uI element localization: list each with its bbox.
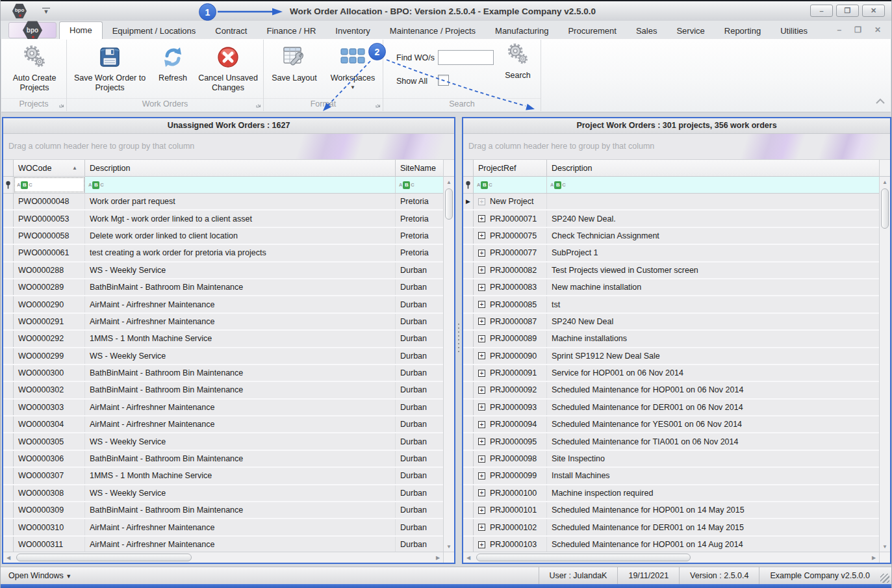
- save-layout-button[interactable]: Save Layout: [268, 44, 321, 83]
- auto-create-projects-button[interactable]: Auto Create Projects: [6, 44, 62, 93]
- cell-projectref[interactable]: +PRJ0000087: [474, 314, 547, 329]
- expand-plus-icon[interactable]: +: [478, 524, 485, 531]
- expand-plus-icon[interactable]: +: [478, 301, 485, 308]
- row-indicator[interactable]: [463, 314, 474, 329]
- expand-plus-icon[interactable]: +: [478, 198, 485, 205]
- expand-plus-icon[interactable]: +: [478, 438, 485, 445]
- open-windows-dropdown[interactable]: Open Windows ▼: [8, 571, 71, 580]
- tab-inventory[interactable]: Inventory: [325, 23, 379, 39]
- cell-description[interactable]: BathBinMaint - Bathroom Bin Maintenance: [85, 382, 396, 398]
- cell-wocode[interactable]: WO0000288: [14, 262, 85, 278]
- cell-sitename[interactable]: Pretoria: [396, 245, 443, 261]
- expand-plus-icon[interactable]: +: [478, 455, 485, 463]
- table-row[interactable]: WO00002921MMS - 1 Month Machine ServiceD…: [3, 331, 443, 348]
- filter-input-projectref[interactable]: ABC: [474, 177, 547, 193]
- quick-access-dropdown-icon[interactable]: ▼: [42, 8, 50, 14]
- expand-plus-icon[interactable]: +: [478, 489, 485, 496]
- tab-procurement[interactable]: Procurement: [558, 23, 626, 39]
- cell-wocode[interactable]: WO0000290: [14, 296, 85, 312]
- cell-projectref[interactable]: +PRJ0000085: [474, 296, 547, 312]
- row-indicator[interactable]: [463, 331, 474, 346]
- row-indicator[interactable]: [463, 348, 474, 364]
- cell-description[interactable]: New machine installation: [547, 279, 879, 295]
- filter-input-description[interactable]: ABC: [85, 177, 396, 193]
- cell-description[interactable]: AirMaint - Airfreshner Maintenance: [85, 519, 396, 535]
- table-row[interactable]: WO0000309BathBinMaint - Bathroom Bin Mai…: [3, 502, 443, 519]
- row-indicator[interactable]: [3, 331, 14, 346]
- save-work-order-to-projects-button[interactable]: Save Work Order to Projects: [72, 44, 147, 93]
- cell-wocode[interactable]: WO0000291: [14, 314, 85, 329]
- cell-wocode[interactable]: WO0000311: [14, 537, 85, 552]
- row-indicator[interactable]: [3, 485, 14, 501]
- row-indicator[interactable]: [463, 211, 474, 226]
- cancel-unsaved-changes-button[interactable]: Cancel Unsaved Changes: [196, 44, 261, 93]
- row-indicator[interactable]: [3, 451, 14, 467]
- table-row[interactable]: WO0000302BathBinMaint - Bathroom Bin Mai…: [3, 382, 443, 399]
- row-indicator[interactable]: [3, 365, 14, 381]
- scroll-left-icon[interactable]: ◀: [3, 555, 14, 561]
- row-indicator[interactable]: [463, 537, 474, 552]
- ribbon-collapse-chevron-icon[interactable]: [875, 96, 886, 108]
- cell-description[interactable]: Scheduled Maintenance for HOP001 on 14 M…: [547, 502, 879, 518]
- cell-projectref[interactable]: +PRJ0000095: [474, 433, 547, 449]
- tab-finance-hr[interactable]: Finance / HR: [257, 23, 325, 39]
- cell-sitename[interactable]: Durban: [396, 262, 443, 278]
- cell-description[interactable]: Sprint SP1912 New Deal Sale: [547, 348, 879, 364]
- row-indicator[interactable]: [3, 416, 14, 432]
- cell-description[interactable]: SP240 New Deal.: [547, 211, 879, 226]
- column-header-description[interactable]: Description: [547, 160, 879, 176]
- column-header-sitename[interactable]: SiteName: [396, 160, 443, 176]
- right-vertical-scrollbar[interactable]: ▲ ▼: [879, 160, 890, 563]
- column-header-wocode[interactable]: WOCode ▲: [14, 160, 85, 176]
- close-button[interactable]: ✕: [862, 5, 885, 17]
- table-row[interactable]: WO0000310AirMaint - Airfreshner Maintena…: [3, 519, 443, 536]
- table-row[interactable]: PWO0000048Work order part requestPretori…: [3, 194, 443, 211]
- expand-plus-icon[interactable]: +: [478, 370, 485, 377]
- expand-plus-icon[interactable]: +: [478, 232, 485, 239]
- cell-wocode[interactable]: WO0000303: [14, 400, 85, 415]
- row-indicator[interactable]: [463, 468, 474, 483]
- mdi-restore-button[interactable]: ❐: [854, 25, 861, 34]
- show-all-checkbox[interactable]: [438, 75, 449, 86]
- current-row-indicator-icon[interactable]: ▶: [463, 194, 474, 209]
- row-indicator[interactable]: [463, 451, 474, 467]
- cell-description[interactable]: AirMaint - Airfreshner Maintenance: [85, 400, 396, 415]
- row-indicator[interactable]: [3, 348, 14, 364]
- row-indicator[interactable]: [3, 314, 14, 329]
- cell-wocode[interactable]: WO0000310: [14, 519, 85, 535]
- expand-plus-icon[interactable]: +: [478, 387, 485, 394]
- row-indicator[interactable]: [463, 502, 474, 518]
- table-row[interactable]: +PRJ0000101Scheduled Maintenance for HOP…: [463, 502, 879, 519]
- left-group-by-area[interactable]: Drag a column header here to group by th…: [3, 134, 454, 160]
- cell-sitename[interactable]: Durban: [396, 365, 443, 381]
- scroll-right-icon[interactable]: ▶: [869, 555, 879, 561]
- cell-projectref[interactable]: +PRJ0000091: [474, 365, 547, 381]
- search-button[interactable]: Search: [499, 41, 537, 81]
- tab-maintenance-projects[interactable]: Maintenance / Projects: [380, 23, 485, 39]
- tab-utilities[interactable]: Utilities: [771, 23, 817, 39]
- cell-sitename[interactable]: Durban: [396, 382, 443, 398]
- cell-sitename[interactable]: Durban: [396, 433, 443, 449]
- expand-plus-icon[interactable]: +: [478, 318, 485, 325]
- cell-description[interactable]: BathBinMaint - Bathroom Bin Maintenance: [85, 279, 396, 295]
- table-row[interactable]: WO0000289BathBinMaint - Bathroom Bin Mai…: [3, 279, 443, 296]
- mdi-minimize-button[interactable]: –: [837, 25, 841, 34]
- left-vertical-scrollbar[interactable]: ▲ ▼: [443, 160, 454, 563]
- cell-description[interactable]: Work order part request: [85, 194, 396, 209]
- cell-wocode[interactable]: WO0000300: [14, 365, 85, 381]
- cell-wocode[interactable]: WO0000306: [14, 451, 85, 467]
- row-indicator[interactable]: [463, 262, 474, 278]
- cell-sitename[interactable]: Durban: [396, 451, 443, 467]
- dialog-launcher-icon[interactable]: [376, 103, 381, 108]
- cell-description[interactable]: [547, 194, 879, 209]
- row-indicator[interactable]: [463, 519, 474, 535]
- cell-wocode[interactable]: PWO0000053: [14, 211, 85, 226]
- cell-description[interactable]: Site Inspectino: [547, 451, 879, 467]
- cell-description[interactable]: SubProject 1: [547, 245, 879, 261]
- row-indicator[interactable]: [463, 279, 474, 295]
- cell-wocode[interactable]: WO0000304: [14, 416, 85, 432]
- cell-wocode[interactable]: WO0000308: [14, 485, 85, 501]
- cell-description[interactable]: WS - Weekly Service: [85, 348, 396, 364]
- cell-description[interactable]: Machine installations: [547, 331, 879, 346]
- cell-sitename[interactable]: Durban: [396, 468, 443, 483]
